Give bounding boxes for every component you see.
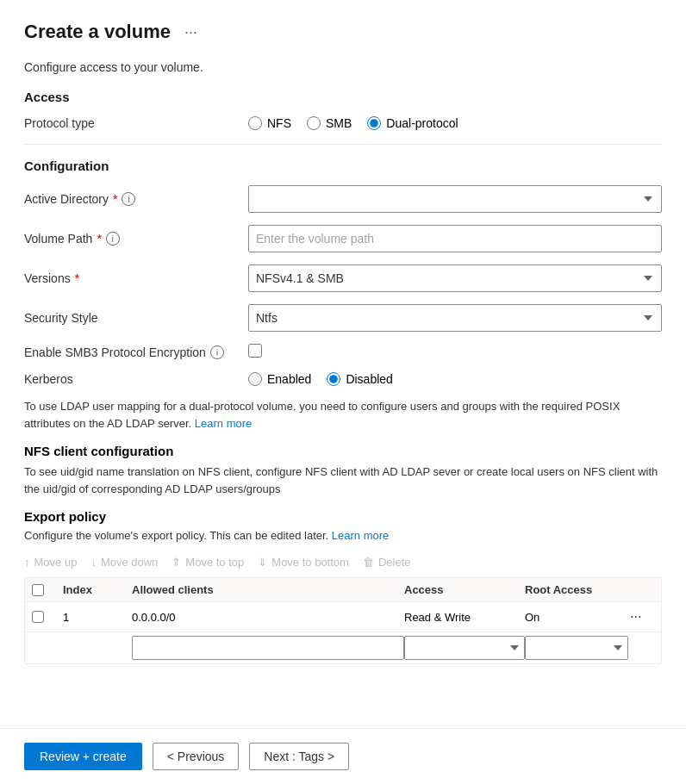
radio-dual[interactable]: Dual-protocol (367, 116, 458, 130)
export-policy-learn-more-link[interactable]: Learn more (332, 529, 389, 542)
kerberos-enabled-radio[interactable] (248, 372, 262, 386)
export-policy-table: Index Allowed clients Access Root Access (24, 577, 662, 664)
volume-path-row: Volume Path * i (24, 225, 662, 252)
volume-path-input[interactable] (248, 225, 662, 252)
active-directory-info-icon[interactable]: i (122, 192, 135, 206)
kerberos-control: Enabled Disabled (248, 372, 662, 386)
row-1-actions-button[interactable]: ··· (628, 607, 643, 626)
access-dropdown[interactable]: Read & Write Read Only (404, 636, 525, 660)
ldap-info-block: To use LDAP user mapping for a dual-prot… (24, 398, 662, 432)
export-policy-desc: Configure the volume's export policy. Th… (24, 529, 662, 542)
kerberos-disabled-label: Disabled (346, 372, 392, 386)
input-clients-cell (132, 636, 404, 660)
page-subtitle: Configure access to your volume. (24, 60, 662, 74)
delete-button[interactable]: 🗑 Delete (363, 554, 411, 570)
kerberos-enabled-option[interactable]: Enabled (248, 372, 311, 386)
move-to-top-icon: ⇑ (172, 556, 181, 569)
kerberos-label: Kerberos (24, 372, 248, 386)
row-1-clients: 0.0.0.0/0 (132, 611, 404, 624)
move-up-icon: ↑ (24, 556, 30, 569)
page-header: Create a volume ··· (24, 21, 662, 43)
smb3-info-icon[interactable]: i (210, 345, 224, 359)
ellipsis-menu-button[interactable]: ··· (179, 22, 203, 43)
page-title: Create a volume (24, 21, 171, 43)
col-clients-header: Allowed clients (132, 583, 404, 596)
table-row: 1 0.0.0.0/0 Read & Write On ··· (25, 602, 661, 632)
move-down-icon: ↓ (90, 556, 97, 569)
security-style-dropdown[interactable]: Ntfs Unix (248, 304, 662, 332)
ldap-info-text: To use LDAP user mapping for a dual-prot… (24, 398, 662, 432)
smb3-checkbox[interactable] (248, 344, 262, 358)
review-create-button[interactable]: Review + create (24, 743, 142, 770)
row-1-access: Read & Write (404, 611, 525, 624)
versions-label: Versions * (24, 271, 248, 285)
kerberos-disabled-option[interactable]: Disabled (327, 372, 392, 386)
nfs-section-title: NFS client configuration (24, 444, 662, 458)
ldap-learn-more-link[interactable]: Learn more (195, 417, 252, 430)
protocol-type-row: Protocol type NFS SMB Dual-protocol (24, 116, 662, 130)
versions-row: Versions * NFSv4.1 & SMB NFSv3 & SMB (24, 264, 662, 292)
kerberos-row: Kerberos Enabled Disabled (24, 372, 662, 386)
previous-button[interactable]: < Previous (153, 743, 240, 770)
radio-smb-label: SMB (326, 116, 352, 130)
active-directory-required: * (113, 192, 117, 206)
radio-dual-label: Dual-protocol (386, 116, 458, 130)
radio-smb[interactable]: SMB (307, 116, 352, 130)
volume-path-info-icon[interactable]: i (106, 232, 120, 246)
table-input-row: Read & Write Read Only On Off (25, 632, 661, 663)
export-policy-toolbar: ↑ Move up ↓ Move down ⇑ Move to top ⇓ Mo… (24, 554, 662, 570)
smb3-row: Enable SMB3 Protocol Encryption i (24, 344, 662, 360)
protocol-type-label: Protocol type (24, 116, 248, 130)
move-to-bottom-icon: ⇓ (258, 556, 267, 569)
header-checkbox-cell (32, 584, 63, 596)
smb3-label: Enable SMB3 Protocol Encryption i (24, 345, 248, 359)
security-style-control: Ntfs Unix (248, 304, 662, 332)
kerberos-disabled-radio[interactable] (327, 372, 340, 386)
access-heading: Access (24, 90, 662, 104)
col-root-access-header: Root Access (525, 583, 628, 596)
input-root-access-cell: On Off (525, 636, 628, 660)
active-directory-control (248, 185, 662, 213)
move-to-top-button[interactable]: ⇑ Move to top (172, 554, 244, 570)
security-style-row: Security Style Ntfs Unix (24, 304, 662, 332)
security-style-label: Security Style (24, 311, 248, 325)
col-index-header: Index (63, 583, 132, 596)
versions-required: * (75, 271, 79, 285)
radio-nfs-label: NFS (267, 116, 291, 130)
kerberos-radio-group: Enabled Disabled (248, 372, 662, 386)
root-access-dropdown[interactable]: On Off (525, 636, 628, 660)
row-1-checkbox[interactable] (32, 611, 44, 623)
export-policy-title: Export policy (24, 509, 662, 524)
volume-path-control (248, 225, 662, 252)
volume-path-required: * (97, 232, 101, 246)
active-directory-label: Active Directory * i (24, 192, 248, 206)
active-directory-dropdown[interactable] (248, 185, 662, 213)
delete-icon: 🗑 (363, 556, 374, 569)
input-access-cell: Read & Write Read Only (404, 636, 525, 660)
volume-path-label: Volume Path * i (24, 232, 248, 246)
move-down-button[interactable]: ↓ Move down (90, 554, 158, 570)
select-all-checkbox[interactable] (32, 584, 44, 596)
footer: Review + create < Previous Next : Tags > (0, 728, 686, 784)
row-1-actions: ··· (628, 607, 654, 626)
next-tags-button[interactable]: Next : Tags > (249, 743, 349, 770)
move-to-bottom-button[interactable]: ⇓ Move to bottom (258, 554, 349, 570)
clients-input[interactable] (132, 636, 404, 660)
row-1-index: 1 (63, 611, 132, 624)
smb3-control (248, 344, 662, 360)
active-directory-row: Active Directory * i (24, 185, 662, 213)
radio-dual-input[interactable] (367, 116, 381, 130)
versions-control: NFSv4.1 & SMB NFSv3 & SMB (248, 264, 662, 292)
radio-nfs[interactable]: NFS (248, 116, 291, 130)
configuration-heading: Configuration (24, 159, 662, 173)
protocol-type-radio-group: NFS SMB Dual-protocol (248, 116, 662, 130)
col-access-header: Access (404, 583, 525, 596)
table-header-row: Index Allowed clients Access Root Access (25, 578, 661, 602)
radio-smb-input[interactable] (307, 116, 321, 130)
versions-dropdown[interactable]: NFSv4.1 & SMB NFSv3 & SMB (248, 264, 662, 292)
row-checkbox-cell (32, 611, 63, 623)
radio-nfs-input[interactable] (248, 116, 262, 130)
row-1-root-access: On (525, 611, 628, 624)
kerberos-enabled-label: Enabled (267, 372, 311, 386)
move-up-button[interactable]: ↑ Move up (24, 554, 77, 570)
